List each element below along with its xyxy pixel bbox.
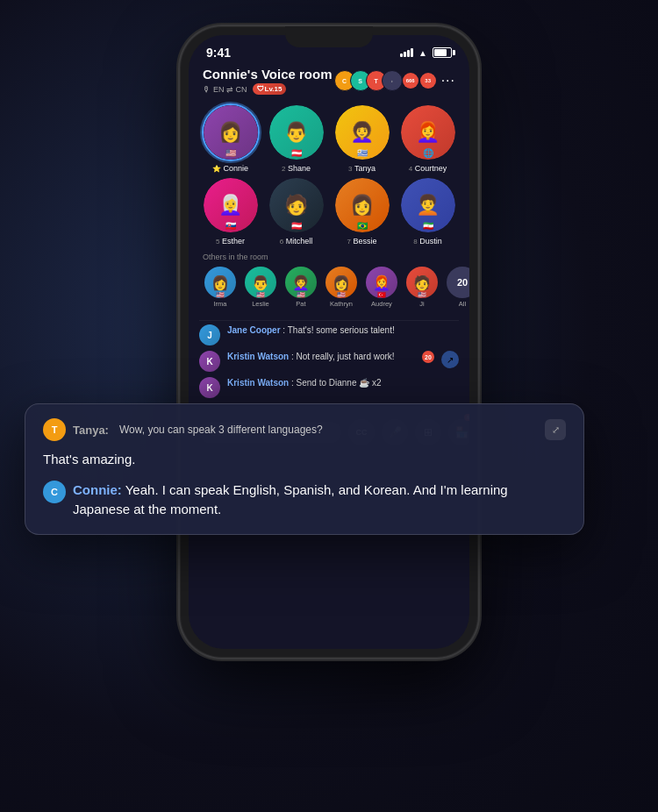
popup-connie-avatar: C xyxy=(43,481,66,503)
other-avatar-irma: 👩 🇺🇸 xyxy=(204,267,236,298)
more-button[interactable]: ··· xyxy=(441,73,455,89)
others-label: Others in the room xyxy=(203,253,455,261)
member-count-badge-2: 33 xyxy=(420,73,436,89)
room-title-area: Connie's Voice room 🎙 EN ⇌ CN 🛡 Lv.15 xyxy=(203,67,332,95)
member-count-badge: 666 xyxy=(403,73,418,89)
chat-message-3: K Kristin Watson : Send to Dianne ☕ x2 xyxy=(199,377,459,398)
popup-original-text: Wow, you can speak 3 different languages… xyxy=(119,424,323,436)
speaker-item-bessie[interactable]: 👩 🇧🇷 7 Bessie xyxy=(331,176,393,246)
other-item-kathryn[interactable]: 👩 🇺🇸 Kathryn xyxy=(324,267,359,308)
phone-content: 9:41 ▲ Connie's Voice room xyxy=(189,35,469,649)
speaker-name-bessie: Bessie xyxy=(353,237,376,246)
others-section: Others in the room 👩 🇺🇸 Irma 👨 xyxy=(189,249,469,311)
speaker-item-courtney[interactable]: 👩‍🦰 🌐 4 Courtney xyxy=(397,103,459,173)
popup-speaker-name: Tanya: xyxy=(73,424,109,437)
chat-divider-1 xyxy=(199,320,459,321)
flag-esther: 🇸🇰 xyxy=(225,221,236,231)
chat-message-1: J Jane Cooper : That's! some serious tal… xyxy=(199,324,459,345)
speaker-name-connie: Connie xyxy=(223,164,248,173)
speaker-avatar-connie: 👩 🇺🇸 xyxy=(202,103,260,161)
popup-translation-text: That's amazing. xyxy=(43,450,566,470)
other-avatar-pat: 👩‍🦱 🇺🇸 xyxy=(285,267,317,298)
speaker-item-shane[interactable]: 👨 🇦🇹 2 Shane xyxy=(265,103,327,173)
expand-button[interactable]: ⤢ xyxy=(545,419,566,440)
flag-bessie: 🇧🇷 xyxy=(357,221,368,231)
all-badge: 20 xyxy=(447,267,469,298)
popup-speaker-row: T Tanya: Wow, you can speak 3 different … xyxy=(43,418,323,441)
other-avatar-leslie: 👨 🇺🇸 xyxy=(245,267,276,298)
signal-icon xyxy=(400,48,413,57)
chat-author-kristin-2: Kristin Watson xyxy=(227,378,289,388)
flag-connie: 🇺🇸 xyxy=(225,148,236,158)
stack-more: › xyxy=(382,70,403,91)
lang-badge: 🎙 EN ⇌ CN xyxy=(203,85,247,94)
speaker-name-mitchell: Mitchell xyxy=(286,237,313,246)
other-avatar-audrey: 👩‍🦰 🇹🇷 xyxy=(366,267,397,298)
other-item-audrey[interactable]: 👩‍🦰 🇹🇷 Audrey xyxy=(364,267,399,308)
flag-courtney: 🌐 xyxy=(423,148,433,158)
speaker-item-mitchell[interactable]: 🧑 🇦🇹 6 Mitchell xyxy=(265,176,327,246)
other-item-leslie[interactable]: 👨 🇺🇸 Leslie xyxy=(243,267,278,308)
popup-header-row: T Tanya: Wow, you can speak 3 different … xyxy=(43,418,566,441)
speaker-avatar-dustin: 🧑‍🦱 🇮🇷 xyxy=(399,176,457,234)
flag-tanya: 🇺🇾 xyxy=(357,148,368,158)
other-item-all[interactable]: 20 All xyxy=(445,267,469,308)
room-header: Connie's Voice room 🎙 EN ⇌ CN 🛡 Lv.15 xyxy=(189,63,469,100)
popup-tanya-avatar: T xyxy=(43,418,66,441)
send-icon: ↗ xyxy=(441,351,459,368)
speaker-item-tanya[interactable]: 👩‍🦱 🇺🇾 3 Tanya xyxy=(331,103,393,173)
speaker-grid: 👩 🇺🇸 ⭐ Connie 👨 xyxy=(189,100,469,249)
speaker-avatar-courtney: 👩‍🦰 🌐 xyxy=(399,103,457,161)
flag-mitchell: 🇦🇹 xyxy=(291,221,302,231)
chat-author-jane: Jane Cooper xyxy=(227,325,281,335)
speaker-item-dustin[interactable]: 🧑‍🦱 🇮🇷 8 Dustin xyxy=(397,176,459,246)
chat-badge-kristin: 20 xyxy=(422,351,434,363)
other-item-pat[interactable]: 👩‍🦱 🇺🇸 Pat xyxy=(283,267,318,308)
chat-section: J Jane Cooper : That's! some serious tal… xyxy=(189,311,469,409)
status-icons: ▲ xyxy=(400,47,452,58)
shield-icon: 🛡 xyxy=(257,85,264,93)
phone-shell: 9:41 ▲ Connie's Voice room xyxy=(180,26,478,658)
chat-avatar-kristin-2: K xyxy=(199,377,220,398)
popup-response-row: C Connie: Yeah. I can speak English, Spa… xyxy=(43,481,566,520)
lang-text: EN ⇌ CN xyxy=(213,85,247,94)
chat-text-kristin-1: Kristin Watson : Not really, just hard w… xyxy=(227,351,411,363)
speaker-item-esther[interactable]: 👩‍🦳 🇸🇰 5 Esther xyxy=(199,176,261,246)
status-time: 9:41 xyxy=(206,46,231,60)
scene: 9:41 ▲ Connie's Voice room xyxy=(0,0,658,812)
other-avatar-ji: 🧑 🇺🇸 xyxy=(406,267,438,298)
popup-response-text: Connie: Yeah. I can speak English, Spani… xyxy=(73,481,566,520)
phone-inner: 9:41 ▲ Connie's Voice room xyxy=(189,35,469,649)
speaker-item-connie[interactable]: 👩 🇺🇸 ⭐ Connie xyxy=(199,103,261,173)
speaker-name-esther: Esther xyxy=(222,237,245,246)
room-meta: 🎙 EN ⇌ CN 🛡 Lv.15 xyxy=(203,83,332,95)
wifi-icon: ▲ xyxy=(418,48,427,58)
popup-response-content: Yeah. I can speak English, Spanish, and … xyxy=(73,482,508,517)
other-name-kathryn: Kathryn xyxy=(330,300,353,308)
other-name-pat: Pat xyxy=(296,300,305,308)
other-name-ji: Ji xyxy=(419,300,424,308)
chat-text-kristin-2: Kristin Watson : Send to Dianne ☕ x2 xyxy=(227,377,459,389)
avatar-stack: C S T › 666 xyxy=(334,70,436,91)
all-label: All xyxy=(459,300,466,308)
flag-dustin: 🇮🇷 xyxy=(423,221,433,231)
battery-icon xyxy=(433,47,452,58)
other-name-audrey: Audrey xyxy=(371,300,392,308)
other-item-ji[interactable]: 🧑 🇺🇸 Ji xyxy=(404,267,440,308)
others-row: 👩 🇺🇸 Irma 👨 🇺🇸 Leslie xyxy=(203,267,455,308)
level-badge: 🛡 Lv.15 xyxy=(253,83,287,95)
speaker-avatar-shane: 👨 🇦🇹 xyxy=(268,103,325,161)
chat-avatar-kristin-1: K xyxy=(199,351,220,372)
room-header-right: C S T › 666 xyxy=(334,70,455,91)
other-avatar-kathryn: 👩 🇺🇸 xyxy=(325,267,357,298)
chat-text-jane: Jane Cooper : That's! some serious talen… xyxy=(227,324,459,337)
speaker-avatar-mitchell: 🧑 🇦🇹 xyxy=(268,176,325,234)
speaker-name-tanya: Tanya xyxy=(354,164,375,173)
speaker-name-courtney: Courtney xyxy=(415,164,447,173)
speaker-avatar-bessie: 👩 🇧🇷 xyxy=(333,176,391,234)
speaker-avatar-esther: 👩‍🦳 🇸🇰 xyxy=(202,176,260,234)
other-name-irma: Irma xyxy=(214,300,227,308)
chat-avatar-jane: J xyxy=(199,324,220,345)
other-item-irma[interactable]: 👩 🇺🇸 Irma xyxy=(203,267,238,308)
chat-message-2: K Kristin Watson : Not really, just hard… xyxy=(199,351,459,372)
